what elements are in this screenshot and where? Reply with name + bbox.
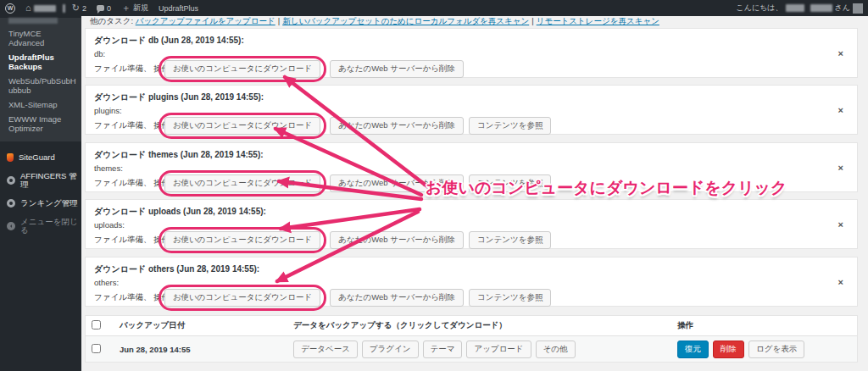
comments-icon bbox=[97, 5, 104, 11]
username-redacted-2 bbox=[810, 4, 832, 12]
wordpress-logo-icon: W bbox=[5, 3, 15, 14]
download-panel-others: ダウンロード others (Jun 28, 2019 14:55): othe… bbox=[85, 257, 858, 307]
updraftplus-label: UpdraftPlus bbox=[159, 4, 198, 13]
updraftplus-menu[interactable]: UpdraftPlus bbox=[153, 0, 203, 16]
themes-button[interactable]: テーマ bbox=[423, 341, 463, 358]
backup-parts: データベース プラグイン テーマ アップロード その他 bbox=[293, 341, 677, 358]
download-panel-db: ダウンロード db (Jun 28, 2019 14:55): db: ファイル… bbox=[85, 28, 858, 78]
rescan-remote-storage-link[interactable]: リモートストレージを再スキャン bbox=[537, 16, 659, 25]
backup-date: Jun 28, 2019 14:55 bbox=[120, 345, 293, 354]
site-name-menu[interactable]: ⌂ bbox=[20, 0, 61, 16]
admin-bar: W ⌂ ↻ 2 0 ＋ 新規 UpdraftPlus こんにちは、 さん bbox=[0, 0, 868, 16]
panel-title: ダウンロード themes (Jun 28, 2019 14:55): bbox=[86, 143, 857, 161]
download-to-computer-button[interactable]: お使いのコンピュータにダウンロード bbox=[164, 174, 321, 192]
account-menu[interactable]: こんにちは、 さん bbox=[732, 0, 868, 16]
delete-from-server-button[interactable]: あなたのWeb サーバーから削除 bbox=[330, 117, 464, 135]
sidebar-item-label: AFFINGERS 管理 bbox=[20, 172, 78, 189]
others-button[interactable]: その他 bbox=[536, 341, 576, 358]
highlight-ring: お使いのコンピュータにダウンロード bbox=[159, 113, 327, 139]
browse-contents-button[interactable]: コンテンツを参照 bbox=[469, 231, 551, 249]
panel-title: ダウンロード uploads (Jun 28, 2019 14:55): bbox=[86, 200, 857, 218]
delete-from-server-button[interactable]: あなたのWeb サーバーから削除 bbox=[330, 231, 464, 249]
sidebar-main-menu: SiteGuard AFFINGERS 管理 ランキング管理 メニューを閉じる bbox=[0, 141, 81, 240]
delete-button[interactable]: 削除 bbox=[713, 341, 744, 358]
main-content: 他のタスク: バックアップファイルをアップロード|新しいバックアップセットのため… bbox=[81, 16, 868, 371]
link-separator: | bbox=[278, 16, 280, 25]
highlight-ring: お使いのコンピュータにダウンロード bbox=[159, 227, 327, 253]
delete-from-server-button[interactable]: あなたのWeb サーバーから削除 bbox=[330, 60, 464, 78]
row-checkbox-cell bbox=[86, 344, 120, 355]
submenu-item-redacted[interactable] bbox=[8, 18, 58, 24]
table-row: Jun 28, 2019 14:55 データベース プラグイン テーマ アップロ… bbox=[86, 336, 857, 362]
header-actions: 操作 bbox=[677, 320, 857, 331]
sidebar-item-ewww[interactable]: EWWW Image Optimizer bbox=[0, 112, 81, 136]
panel-actions: ファイル準備、 操作: お使いのコンピュータにダウンロード あなたのWeb サー… bbox=[94, 56, 469, 82]
highlight-ring: お使いのコンピュータにダウンロード bbox=[159, 285, 327, 311]
gear-icon bbox=[7, 199, 15, 208]
close-icon[interactable]: × bbox=[838, 163, 843, 172]
greeting-prefix: こんにちは、 bbox=[737, 3, 783, 14]
annotation-text: お使いのコンピュータにダウンロードをクリック bbox=[426, 177, 787, 199]
sidebar-item-ranking[interactable]: ランキング管理 bbox=[0, 194, 81, 213]
plus-icon: ＋ bbox=[121, 3, 131, 13]
existing-backups-table: バックアップ日付 データをバックアップする（クリックしてダウンロード） 操作 J… bbox=[85, 315, 858, 363]
close-icon[interactable]: × bbox=[838, 48, 843, 58]
close-icon[interactable]: × bbox=[838, 105, 843, 114]
updates-menu[interactable]: ↻ 2 bbox=[67, 0, 92, 16]
avatar bbox=[853, 3, 863, 14]
wp-logo-menu[interactable]: W bbox=[0, 0, 20, 16]
panel-actions: ファイル準備、 操作: お使いのコンピュータにダウンロード あなたのWeb サー… bbox=[94, 113, 556, 139]
restore-button[interactable]: 復元 bbox=[677, 341, 709, 358]
comments-menu[interactable]: 0 bbox=[92, 0, 116, 16]
download-to-computer-button[interactable]: お使いのコンピュータにダウンロード bbox=[164, 60, 321, 78]
uploads-button[interactable]: アップロード bbox=[466, 341, 531, 358]
settings-submenu: TinyMCE Advanced UpdraftPlus Backups Web… bbox=[0, 18, 81, 141]
more-tasks-label: 他のタスク: bbox=[90, 16, 133, 25]
new-content-menu[interactable]: ＋ 新規 bbox=[116, 0, 153, 16]
header-checkbox-cell bbox=[86, 320, 120, 331]
sidebar-item-updraftplus-backups[interactable]: UpdraftPlus Backups bbox=[0, 50, 81, 74]
sidebar-item-collapse-menu[interactable]: メニューを閉じる bbox=[0, 213, 81, 240]
close-icon[interactable]: × bbox=[838, 219, 843, 229]
redacted-separator bbox=[63, 4, 65, 13]
select-all-checkbox[interactable] bbox=[92, 320, 101, 329]
updates-count: 2 bbox=[82, 4, 86, 13]
rescan-local-folder-link[interactable]: 新しいバックアップセットのためにローカルフォルダを再スキャン bbox=[282, 16, 529, 25]
sidebar-item-siteguard[interactable]: SiteGuard bbox=[0, 148, 81, 167]
panel-actions: ファイル準備、 操作: お使いのコンピュータにダウンロード あなたのWeb サー… bbox=[94, 285, 556, 311]
browse-contents-button[interactable]: コンテンツを参照 bbox=[469, 289, 551, 307]
delete-from-server-button[interactable]: あなたのWeb サーバーから削除 bbox=[330, 289, 464, 307]
panel-title: ダウンロード plugins (Jun 28, 2019 14:55): bbox=[86, 86, 857, 103]
site-name-redacted bbox=[34, 5, 56, 12]
gear-icon bbox=[7, 176, 15, 185]
download-to-computer-button[interactable]: お使いのコンピュータにダウンロード bbox=[164, 231, 321, 249]
home-icon: ⌂ bbox=[25, 3, 31, 13]
updates-icon: ↻ bbox=[72, 3, 80, 13]
shield-icon bbox=[7, 153, 14, 162]
download-panel-uploads: ダウンロード uploads (Jun 28, 2019 14:55): upl… bbox=[85, 199, 858, 249]
sidebar-item-xml-sitemap[interactable]: XML-Sitemap bbox=[0, 97, 81, 112]
plugins-button[interactable]: プラグイン bbox=[362, 341, 419, 358]
download-to-computer-button[interactable]: お使いのコンピュータにダウンロード bbox=[164, 117, 321, 135]
comments-count: 0 bbox=[107, 4, 111, 13]
admin-sidebar: TinyMCE Advanced UpdraftPlus Backups Web… bbox=[0, 16, 81, 371]
row-actions: 復元 削除 ログを表示 bbox=[677, 341, 857, 358]
sidebar-item-websub[interactable]: WebSub/PubSubHubbub bbox=[0, 74, 81, 97]
sidebar-item-label: SiteGuard bbox=[19, 153, 55, 162]
username-redacted-1 bbox=[786, 4, 804, 12]
upload-backup-files-link[interactable]: バックアップファイルをアップロード bbox=[136, 16, 275, 25]
sidebar-item-tinymce[interactable]: TinyMCE Advanced bbox=[0, 26, 81, 50]
browse-contents-button[interactable]: コンテンツを参照 bbox=[469, 117, 551, 135]
header-backup-data: データをバックアップする（クリックしてダウンロード） bbox=[293, 320, 677, 331]
download-to-computer-button[interactable]: お使いのコンピュータにダウンロード bbox=[164, 289, 321, 307]
header-backup-date: バックアップ日付 bbox=[120, 320, 293, 331]
sidebar-item-affingers[interactable]: AFFINGERS 管理 bbox=[0, 167, 81, 194]
highlight-ring: お使いのコンピュータにダウンロード bbox=[159, 170, 327, 197]
view-log-button[interactable]: ログを表示 bbox=[748, 341, 804, 358]
row-checkbox[interactable] bbox=[92, 344, 101, 353]
panel-actions: ファイル準備、 操作: お使いのコンピュータにダウンロード あなたのWeb サー… bbox=[94, 227, 556, 253]
sidebar-item-label: ランキング管理 bbox=[20, 199, 78, 208]
close-icon[interactable]: × bbox=[838, 277, 843, 286]
link-separator: | bbox=[531, 16, 533, 25]
database-button[interactable]: データベース bbox=[293, 341, 358, 358]
